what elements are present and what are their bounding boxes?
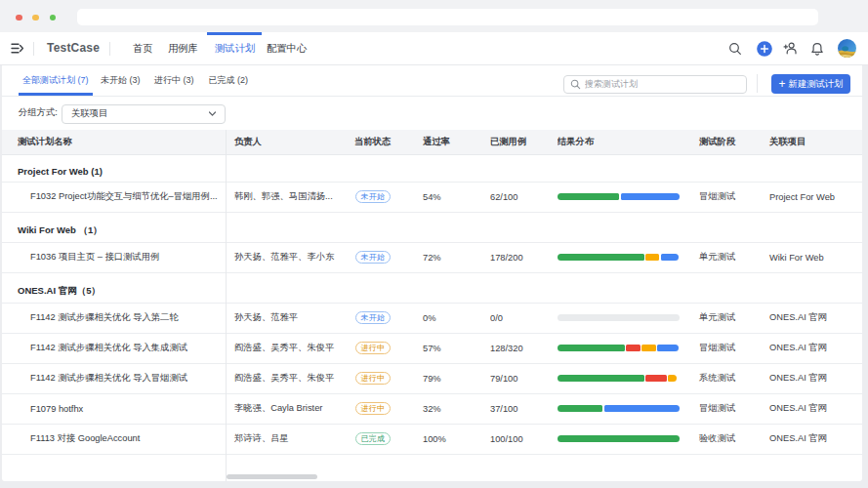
- table-row[interactable]: F1079 hotfhx李晓强、Cayla Brister进行中32%37/10…: [2, 394, 862, 425]
- group-header-row[interactable]: Wiki For Web （1）: [2, 213, 862, 243]
- table-row[interactable]: F1032 Project功能交互与细节优化–冒烟用例...韩刚、郭强、马国清扬…: [2, 183, 862, 213]
- bar-segment-green: [558, 405, 602, 412]
- plan-owners: 李晓强、Cayla Brister: [226, 402, 352, 415]
- plan-status-cell: 进行中: [352, 372, 421, 386]
- tab-all-plans[interactable]: 全部测试计划 (7): [22, 65, 89, 96]
- plan-result-distribution: [558, 375, 697, 382]
- plan-status-cell: 未开始: [352, 190, 421, 204]
- invite-user-icon: [783, 41, 798, 56]
- add-circle-icon: [757, 41, 772, 57]
- group-by-value: 关联项目: [71, 107, 208, 120]
- plan-related-project: ONES.AI 官网: [767, 372, 862, 385]
- bar-segment-red: [645, 375, 666, 382]
- plan-name-link[interactable]: F1036 项目主页 – 接口测试用例: [2, 251, 226, 264]
- plan-related-project: ONES.AI 官网: [767, 342, 862, 354]
- plan-tested-cases: 0/0: [490, 313, 558, 323]
- bar-segment-green: [558, 375, 644, 382]
- table-row[interactable]: F1036 项目主页 – 接口测试用例孙天扬、范雅平、李小东未开始72%178/…: [2, 243, 862, 273]
- tab-completed[interactable]: 已完成 (2): [209, 65, 249, 96]
- group-by-dropdown[interactable]: 关联项目: [62, 104, 226, 124]
- status-badge: 已完成: [355, 432, 391, 446]
- active-tab-underline: [19, 93, 93, 96]
- nav-divider: [33, 42, 34, 56]
- plan-related-project: ONES.AI 官网: [767, 432, 862, 445]
- group-header-row[interactable]: ONES.AI 官网（5）: [2, 273, 862, 304]
- plan-search-box: [563, 75, 747, 94]
- horizontal-scrollbar-thumb[interactable]: [227, 474, 317, 479]
- plan-tabs-bar: 全部测试计划 (7) 未开始 (3) 进行中 (3) 已完成 (2) + 新建测…: [2, 65, 862, 97]
- bar-segment-orange: [641, 345, 655, 351]
- nav-item-home[interactable]: 首页: [133, 32, 153, 64]
- plan-owners: 阎浩盛、吴秀平、朱俊平: [226, 342, 352, 354]
- tab-in-progress[interactable]: 进行中 (3): [154, 65, 194, 96]
- plan-related-project: Project For Web: [767, 192, 862, 202]
- table-header: 测试计划名称 负责人 当前状态 通过率 已测用例 结果分布 测试阶段 关联项目: [2, 130, 862, 155]
- plan-result-distribution: [558, 435, 697, 442]
- search-icon: [728, 42, 742, 56]
- plan-test-stage: 验收测试: [697, 432, 767, 445]
- zoom-window-button[interactable]: [50, 15, 57, 21]
- avatar: [838, 39, 856, 58]
- column-header-plan-name: 测试计划名称: [2, 136, 226, 148]
- table-body: Project For Web (1)F1032 Project功能交互与细节优…: [2, 155, 862, 482]
- plan-tested-cases: 100/100: [490, 434, 558, 444]
- plan-test-stage: 系统测试: [697, 372, 767, 385]
- status-badge: 未开始: [355, 311, 391, 325]
- plan-pass-rate: 57%: [421, 344, 490, 353]
- table-row[interactable]: F1142 测试步骤相关优化 导入第二轮孙天扬、范雅平未开始0%0/0单元测试O…: [2, 304, 862, 334]
- plan-owners: 孙天扬、范雅平: [226, 311, 352, 324]
- nav-item-config-center[interactable]: 配置中心: [267, 32, 307, 64]
- bar-segment-green: [558, 254, 644, 261]
- plan-status-cell: 进行中: [352, 402, 421, 416]
- test-plan-page: 全部测试计划 (7) 未开始 (3) 进行中 (3) 已完成 (2) + 新建测…: [2, 65, 862, 481]
- plan-name-link[interactable]: F1142 测试步骤相关优化 导入集成测试: [2, 342, 226, 354]
- plan-pass-rate: 72%: [421, 253, 490, 263]
- plan-name-link[interactable]: F1113 对接 GoogleAccount: [2, 432, 226, 445]
- nav-item-case-library[interactable]: 用例库: [168, 32, 198, 64]
- close-window-button[interactable]: [16, 15, 22, 21]
- toolbar-divider: [757, 74, 758, 93]
- status-badge: 进行中: [355, 402, 391, 416]
- plan-result-distribution: [558, 314, 697, 321]
- group-name: Wiki For Web （1）: [2, 224, 103, 242]
- notifications-button[interactable]: [807, 32, 827, 64]
- address-bar[interactable]: [77, 9, 818, 25]
- plan-tested-cases: 79/100: [490, 374, 558, 384]
- plan-owners: 孙天扬、范雅平、李小东: [226, 251, 352, 264]
- group-name: ONES.AI 官网（5）: [2, 285, 101, 303]
- plan-test-stage: 冒烟测试: [697, 342, 767, 354]
- new-test-plan-button[interactable]: + 新建测试计划: [771, 74, 850, 94]
- invite-member-button[interactable]: [781, 32, 801, 64]
- bar-segment-blue: [657, 345, 679, 351]
- bar-segment-blue: [604, 405, 680, 412]
- browser-chrome: [0, 0, 868, 32]
- table-row[interactable]: F1113 对接 GoogleAccount郑诗诗、吕星已完成100%100/1…: [2, 425, 862, 455]
- app-navbar: TestCase 首页 用例库 测试计划 配置中心: [0, 32, 868, 65]
- nav-divider: [109, 42, 110, 56]
- plan-pass-rate: 54%: [421, 192, 490, 202]
- result-distribution-bar: [558, 314, 680, 321]
- plan-name-link[interactable]: F1142 测试步骤相关优化 导入冒烟测试: [2, 372, 226, 385]
- status-badge: 进行中: [355, 372, 391, 386]
- table-row[interactable]: F1142 测试步骤相关优化 导入冒烟测试阎浩盛、吴秀平、朱俊平进行中79%79…: [2, 364, 862, 394]
- quick-create-button[interactable]: [755, 32, 774, 64]
- status-badge: 未开始: [355, 251, 391, 264]
- plan-search-input[interactable]: [581, 79, 746, 89]
- plan-tested-cases: 62/100: [490, 192, 558, 202]
- collapse-sidebar-icon[interactable]: [11, 42, 23, 55]
- table-row[interactable]: F1142 测试步骤相关优化 导入集成测试阎浩盛、吴秀平、朱俊平进行中57%12…: [2, 334, 862, 364]
- user-avatar[interactable]: [837, 32, 856, 64]
- plan-result-distribution: [558, 405, 697, 412]
- plan-name-link[interactable]: F1032 Project功能交互与细节优化–冒烟用例...: [2, 190, 226, 203]
- tab-not-started[interactable]: 未开始 (3): [101, 65, 141, 96]
- minimize-window-button[interactable]: [32, 15, 39, 21]
- nav-item-test-plan[interactable]: 测试计划: [215, 32, 255, 64]
- app-logo: TestCase: [47, 32, 100, 64]
- column-header-test-stage: 测试阶段: [697, 136, 767, 148]
- group-header-row[interactable]: Project For Web (1): [2, 155, 862, 183]
- global-search-button[interactable]: [725, 32, 745, 64]
- plan-test-stage: 单元测试: [697, 251, 767, 264]
- column-header-status: 当前状态: [352, 136, 421, 148]
- plan-name-link[interactable]: F1142 测试步骤相关优化 导入第二轮: [2, 311, 226, 324]
- plan-name-link[interactable]: F1079 hotfhx: [2, 404, 226, 414]
